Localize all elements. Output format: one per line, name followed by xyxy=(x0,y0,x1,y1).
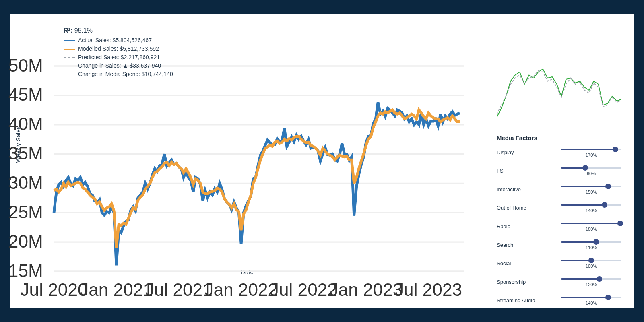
legend-modelled: Modelled Sales: $5,812,733,592 xyxy=(64,45,173,53)
factor-slider[interactable]: 80% xyxy=(561,167,621,169)
factor-slider[interactable]: 150% xyxy=(561,186,621,187)
factor-label: Out of Home xyxy=(497,204,541,211)
factor-row-streaming-audio: Streaming Audio140% xyxy=(497,297,621,310)
svg-text:30M: 30M xyxy=(8,173,43,192)
media-factors-list: Display170%FSI80%Interactive150%Out of H… xyxy=(497,149,621,310)
main-plot-svg: 15M20M25M30M35M40M45M50MJul 2020Jan 2021… xyxy=(54,66,464,271)
factor-row-display: Display170% xyxy=(497,149,621,161)
factor-slider[interactable]: 140% xyxy=(561,297,621,298)
factor-slider[interactable]: 110% xyxy=(561,241,621,243)
factor-label: Sponsorship xyxy=(497,278,541,285)
factor-value: 150% xyxy=(586,190,597,194)
legend-predicted: Predicted Sales: $2,217,860,921 xyxy=(64,53,173,62)
svg-text:Jan 2022: Jan 2022 xyxy=(204,280,278,299)
factor-slider[interactable]: 180% xyxy=(561,223,621,224)
mini-chart xyxy=(497,66,621,126)
factor-label: FSI xyxy=(497,167,541,174)
media-factors-panel: Media Factors Display170%FSI80%Interacti… xyxy=(497,134,621,315)
legend-swatch-predicted xyxy=(64,57,75,58)
svg-text:35M: 35M xyxy=(8,143,43,163)
svg-text:50M: 50M xyxy=(8,56,43,75)
factor-row-social: Social100% xyxy=(497,260,621,272)
factor-value: 180% xyxy=(586,227,597,231)
factor-value: 80% xyxy=(587,171,596,176)
factor-value: 140% xyxy=(586,208,597,213)
factor-label: Display xyxy=(497,149,541,155)
analytics-card: R²: 95.1% Actual Sales: $5,804,526,467 M… xyxy=(10,14,634,308)
factor-row-fsi: FSI80% xyxy=(497,167,621,180)
factor-slider[interactable]: 170% xyxy=(561,149,621,150)
svg-text:Jul 2023: Jul 2023 xyxy=(395,280,462,299)
factor-label: Social xyxy=(497,260,541,266)
factor-label: Streaming Audio xyxy=(497,297,541,303)
svg-text:Jul 2020: Jul 2020 xyxy=(20,280,87,299)
factor-row-out-of-home: Out of Home140% xyxy=(497,204,621,217)
factor-label: Search xyxy=(497,241,541,248)
legend-change-sales: Change in Sales: ▲ $33,637,940 xyxy=(64,62,173,70)
factor-slider[interactable]: 100% xyxy=(561,260,621,261)
svg-text:Jan 2021: Jan 2021 xyxy=(80,280,153,299)
factor-row-interactive: Interactive150% xyxy=(497,186,621,198)
factor-value: 120% xyxy=(586,282,597,287)
factor-value: 110% xyxy=(586,245,597,250)
legend-swatch-change xyxy=(64,66,75,66)
legend-change-spend: Change in Media Spend: $10,744,140 xyxy=(78,70,173,78)
factor-row-radio: Radio180% xyxy=(497,223,621,235)
svg-text:20M: 20M xyxy=(8,231,43,251)
factor-label: Interactive xyxy=(497,186,541,192)
factor-slider[interactable]: 140% xyxy=(561,204,621,206)
factor-row-search: Search110% xyxy=(497,241,621,254)
media-factors-title: Media Factors xyxy=(497,134,621,141)
legend-actual: Actual Sales: $5,804,526,467 xyxy=(64,36,173,45)
chart-legend: R²: 95.1% Actual Sales: $5,804,526,467 M… xyxy=(64,26,173,78)
svg-text:Jul 2022: Jul 2022 xyxy=(270,280,337,299)
factor-label: Radio xyxy=(497,223,541,229)
svg-text:Jul 2021: Jul 2021 xyxy=(145,280,213,299)
factor-value: 170% xyxy=(586,153,597,157)
svg-text:Jan 2023: Jan 2023 xyxy=(330,280,403,299)
svg-text:45M: 45M xyxy=(8,85,43,104)
factor-row-sponsorship: Sponsorship120% xyxy=(497,278,621,291)
svg-text:15M: 15M xyxy=(8,261,43,281)
svg-text:25M: 25M xyxy=(8,202,43,222)
legend-swatch-modelled xyxy=(64,49,75,50)
factor-value: 100% xyxy=(586,264,597,268)
legend-swatch-actual xyxy=(64,40,75,41)
r2-readout: R²: 95.1% xyxy=(64,26,173,35)
factor-value: 140% xyxy=(586,301,597,305)
factor-slider[interactable]: 120% xyxy=(561,278,621,280)
svg-text:40M: 40M xyxy=(8,114,43,134)
